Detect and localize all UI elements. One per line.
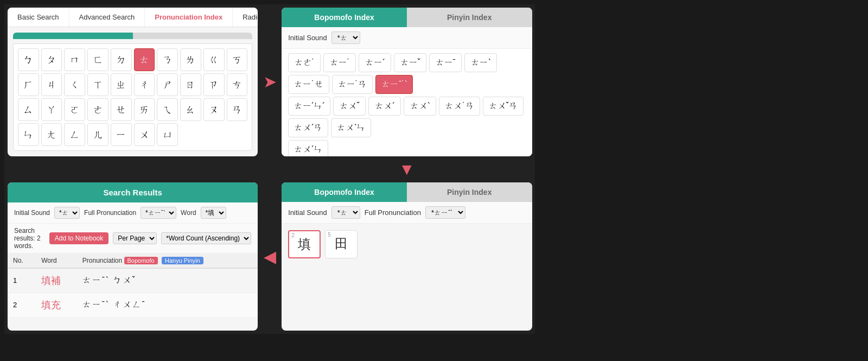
bopomofo-grid-container: ㄅ ㄆ ㄇ ㄈ ㄉ ㄊ ㄋ ㄌ ㄍ ㄎ ㄏ ㄐ — [13, 43, 252, 151]
bopo-cell-ang[interactable]: ㄤ — [41, 123, 62, 146]
bopo-cell-sh[interactable]: ㄕ — [157, 73, 178, 96]
bopo-cell-k[interactable]: ㄎ — [227, 48, 248, 71]
pron-tu4[interactable]: ㄊㄨˋ — [404, 97, 436, 116]
bopo-cell-j[interactable]: ㄐ — [41, 73, 62, 96]
tab-advanced-search[interactable]: Advanced Search — [69, 8, 145, 27]
br-initial-sound-select[interactable]: *ㄊ — [331, 206, 360, 219]
pron-tuan3[interactable]: ㄊㄨˇㄢ — [483, 97, 524, 116]
br-full-pron-label: Full Pronunciation — [365, 208, 421, 217]
pron-tian1[interactable]: ㄊㄧˉ — [429, 53, 462, 72]
tab-radical-index[interactable]: Radical Index — [233, 8, 258, 27]
bopo-cell-ai[interactable]: ㄞ — [134, 98, 155, 121]
bopo-cell-s[interactable]: ㄙ — [18, 98, 39, 121]
bopo-cell-n[interactable]: ㄋ — [157, 48, 178, 71]
pron-tun2[interactable]: ㄊㄨˊㄣ — [288, 140, 328, 156]
pron-tu2[interactable]: ㄊㄨˊ — [368, 97, 401, 116]
pron-tiap[interactable]: ㄊㄧ˙ㄢ — [332, 75, 373, 94]
tab-basic-search[interactable]: Basic Search — [8, 8, 69, 27]
bopo-cell-o[interactable]: ㄛ — [64, 98, 85, 121]
bopomofo-subtabs: Bopomofo Index Pinyin Index — [13, 33, 252, 39]
bopo-cell-p[interactable]: ㄆ — [41, 48, 62, 71]
tr-initial-sound-select[interactable]: *ㄊ — [331, 31, 360, 44]
stroke-count-tian2: 5 — [328, 232, 331, 238]
bottom-left-panel: Search Results Initial Sound *ㄊ Full Pro… — [8, 182, 258, 331]
bopo-cell-zh[interactable]: ㄓ — [111, 73, 132, 96]
bopo-row-2: ㄏ ㄐ ㄑ ㄒ ㄓ ㄔ ㄕ ㄖ ㄗ ㄘ — [18, 73, 247, 96]
bopo-cell-h[interactable]: ㄏ — [18, 73, 39, 96]
row2-word[interactable]: 填充 — [36, 293, 77, 317]
bopo-cell-er[interactable]: ㄦ — [87, 123, 108, 146]
bopo-cell-t[interactable]: ㄊ — [134, 48, 155, 71]
subtab-pinyin-index-tr[interactable]: Pinyin Index — [407, 8, 532, 27]
br-full-pron-select[interactable]: *ㄊㄧˉˋ — [425, 206, 465, 219]
bopo-cell-r[interactable]: ㄖ — [180, 73, 201, 96]
row1-word[interactable]: 填補 — [36, 268, 77, 293]
bopo-cell-b[interactable]: ㄅ — [18, 48, 39, 71]
bopo-cell-an[interactable]: ㄢ — [227, 98, 248, 121]
tr-sound-selector: Initial Sound *ㄊ — [282, 27, 532, 49]
bopo-cell-ao[interactable]: ㄠ — [180, 98, 201, 121]
per-page-select[interactable]: Per Page — [113, 232, 157, 244]
bottom-row: Search Results Initial Sound *ㄊ Full Pro… — [8, 182, 532, 331]
add-notebook-button[interactable]: Add to Notebook — [49, 232, 108, 244]
pron-tun4[interactable]: ㄊㄨˋㄣ — [331, 118, 371, 137]
subtab-bopomofo-index-tl[interactable]: Bopomofo Index — [13, 33, 133, 39]
arrow-left-icon: ◀ — [264, 247, 276, 266]
bopo-cell-a[interactable]: ㄚ — [41, 98, 62, 121]
pron-tix1[interactable]: ㄊㄧˊㄣˊ — [288, 97, 330, 116]
bopo-cell-d[interactable]: ㄉ — [111, 48, 132, 71]
tr-initial-sound-label: Initial Sound — [288, 34, 327, 42]
bopo-cell-z[interactable]: ㄗ — [203, 73, 225, 96]
bopo-cell-eng[interactable]: ㄥ — [64, 123, 85, 146]
bopo-cell-u[interactable]: ㄨ — [134, 123, 155, 146]
bopo-cell-g[interactable]: ㄍ — [203, 48, 225, 71]
pron-tian4[interactable]: ㄊㄧˋ — [464, 53, 497, 72]
bopo-cell-q[interactable]: ㄑ — [64, 73, 85, 96]
search-results-header: Search Results — [8, 182, 258, 202]
word-card-tian2[interactable]: 5 田 — [325, 230, 358, 258]
bopo-cell-x[interactable]: ㄒ — [87, 73, 108, 96]
subtab-pinyin-index-tl[interactable]: Pinyin Index — [133, 33, 253, 39]
subtab-pinyin-index-br[interactable]: Pinyin Index — [407, 182, 532, 202]
pron-tu3[interactable]: ㄊㄨˇ — [333, 97, 366, 116]
pron-tiao[interactable]: ㄊㄧ˙ — [323, 53, 356, 72]
arrow-left-bottom: ◀ — [258, 182, 282, 331]
pron-tuan0[interactable]: ㄊㄨ˙ㄢ — [439, 97, 480, 116]
initial-sound-label-bl: Initial Sound — [14, 209, 50, 217]
tab-pronunciation-index[interactable]: Pronunciation Index — [145, 8, 233, 27]
pron-tuan2[interactable]: ㄊㄨˊㄢ — [288, 118, 328, 137]
pron-tie[interactable]: ㄊㄧ˙ㄝ — [288, 75, 329, 94]
tr-pron-grid: ㄊㄜ˙ ㄊㄧ˙ ㄊㄧˊ ㄊㄧˇ ㄊㄧˉ ㄊㄧˋ ㄊㄧ˙ㄝ ㄊㄧ˙ㄢ ㄊㄧˉ˙ˋ … — [282, 49, 532, 156]
bopo-cell-c[interactable]: ㄘ — [227, 73, 248, 96]
bopo-cell-l[interactable]: ㄌ — [180, 48, 201, 71]
col-pronunciation: Pronunciation Bopomofo Hanyu Pinyin — [77, 254, 258, 268]
subtab-bopomofo-index-tr[interactable]: Bopomofo Index — [282, 8, 407, 27]
pron-tei[interactable]: ㄊㄜ˙ — [288, 53, 321, 72]
bopo-cell-ei[interactable]: ㄟ — [157, 98, 178, 121]
full-pron-label-bl: Full Pronunciation — [84, 209, 136, 217]
pron-row-1: ㄊㄜ˙ ㄊㄧ˙ ㄊㄧˊ ㄊㄧˇ ㄊㄧˉ ㄊㄧˋ ㄊㄧ˙ㄝ ㄊㄧ˙ㄢ ㄊㄧˉ˙ˋ — [288, 53, 525, 94]
table-row: 1 填補 ㄊㄧˉˋ ㄅㄨˇ — [8, 268, 258, 293]
top-right-panel: Bopomofo Index Pinyin Index Initial Soun… — [282, 8, 532, 156]
word-card-tian[interactable]: 2 填 — [288, 230, 321, 258]
sort-select[interactable]: *Word Count (Ascending) — [161, 232, 251, 244]
bopo-cell-eh[interactable]: ㄝ — [111, 98, 132, 121]
arrow-right-top: ➤ — [258, 8, 282, 156]
bopo-cell-yu[interactable]: ㄩ — [157, 123, 178, 146]
pron-selected[interactable]: ㄊㄧˉ˙ˋ — [375, 75, 413, 94]
badge-hanyu: Hanyu Pinyin — [162, 257, 203, 264]
bopo-cell-ch[interactable]: ㄔ — [134, 73, 155, 96]
full-pron-select-bl[interactable]: *ㄊㄧˉˋ — [141, 207, 176, 219]
word-select-bl[interactable]: *填 — [201, 207, 226, 219]
bopo-cell-e[interactable]: ㄜ — [87, 98, 108, 121]
bopo-cell-m[interactable]: ㄇ — [64, 48, 85, 71]
vertical-arrows-row: ▼ — [8, 160, 532, 179]
pron-tian2[interactable]: ㄊㄧˊ — [359, 53, 391, 72]
pron-tian3[interactable]: ㄊㄧˇ — [394, 53, 426, 72]
subtab-bopomofo-index-br[interactable]: Bopomofo Index — [282, 182, 407, 202]
bopo-cell-en[interactable]: ㄣ — [18, 123, 39, 146]
bopo-cell-f[interactable]: ㄈ — [87, 48, 108, 71]
bopo-cell-i[interactable]: ㄧ — [111, 123, 132, 146]
bopo-cell-ou[interactable]: ㄡ — [203, 98, 225, 121]
initial-sound-select-bl[interactable]: *ㄊ — [54, 207, 80, 219]
